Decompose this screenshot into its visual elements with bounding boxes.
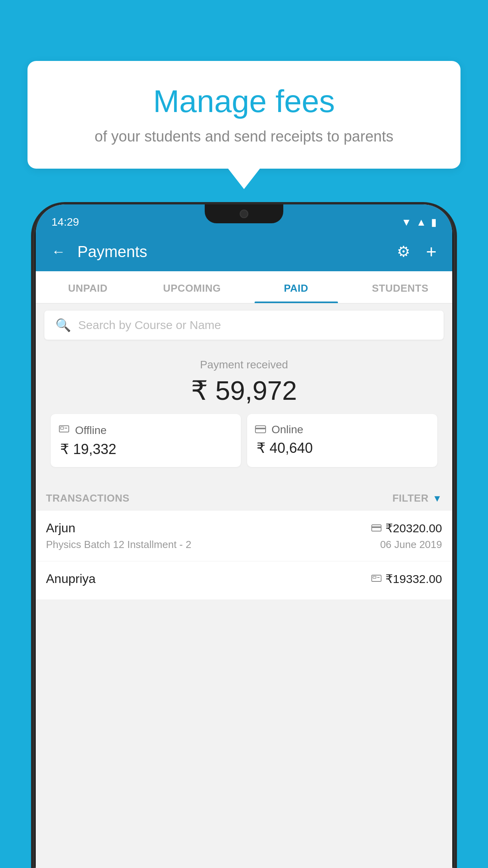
payment-cards-row: Offline ₹ 19,332 Online — [44, 414, 444, 476]
transactions-header: TRANSACTIONS FILTER ▼ — [36, 484, 452, 511]
transaction-amount-wrap: ₹19332.00 — [371, 572, 442, 586]
online-payment-icon — [371, 522, 382, 534]
camera-dot — [240, 210, 248, 218]
transaction-name: Arjun — [46, 521, 75, 535]
phone-screen: 14:29 ▼ ▲ ▮ ← Payments ⚙ + UNPAID UPCOMI… — [36, 204, 452, 868]
bubble-subtitle: of your students and send receipts to pa… — [51, 128, 437, 145]
speech-bubble-container: Manage fees of your students and send re… — [28, 61, 460, 169]
svg-rect-6 — [372, 526, 381, 528]
bubble-title: Manage fees — [51, 83, 437, 120]
transaction-list: Arjun ₹20320.00 Physics Batch 12 Install… — [36, 511, 452, 600]
back-button[interactable]: ← — [48, 239, 70, 264]
tab-upcoming[interactable]: UPCOMING — [140, 271, 244, 303]
battery-icon: ▮ — [431, 216, 437, 228]
header-title: Payments — [77, 243, 385, 261]
transaction-name: Anupriya — [46, 572, 95, 586]
table-row[interactable]: Arjun ₹20320.00 Physics Batch 12 Install… — [36, 511, 452, 561]
payment-received-label: Payment received — [44, 359, 444, 371]
svg-rect-8 — [373, 576, 376, 578]
transaction-date: 06 June 2019 — [380, 539, 442, 551]
svg-rect-4 — [255, 428, 266, 429]
transactions-label: TRANSACTIONS — [46, 492, 130, 504]
search-container: 🔍 Search by Course or Name — [36, 303, 452, 347]
online-label: Online — [272, 423, 303, 436]
online-card: Online ₹ 40,640 — [247, 414, 437, 467]
filter-label: FILTER — [393, 492, 429, 504]
phone-frame: 14:29 ▼ ▲ ▮ ← Payments ⚙ + UNPAID UPCOMI… — [33, 204, 455, 868]
filter-button[interactable]: FILTER ▼ — [393, 492, 442, 504]
table-row[interactable]: Anupriya ₹19332.00 — [36, 561, 452, 600]
transaction-top: Arjun ₹20320.00 — [46, 521, 442, 535]
offline-amount: ₹ 19,332 — [59, 441, 233, 458]
online-card-header: Online — [255, 423, 429, 436]
svg-rect-1 — [61, 427, 64, 429]
transaction-amount-wrap: ₹20320.00 — [371, 521, 442, 535]
payment-summary: Payment received ₹ 59,972 — [36, 347, 452, 484]
transaction-top: Anupriya ₹19332.00 — [46, 572, 442, 586]
transaction-amount: ₹20320.00 — [385, 521, 442, 535]
search-input[interactable]: Search by Course or Name — [78, 318, 221, 332]
transaction-amount: ₹19332.00 — [385, 572, 442, 586]
phone-notch — [205, 204, 283, 223]
offline-card: Offline ₹ 19,332 — [51, 414, 241, 467]
wifi-icon: ▼ — [402, 216, 412, 228]
tab-paid[interactable]: PAID — [244, 271, 348, 303]
tab-unpaid[interactable]: UNPAID — [36, 271, 140, 303]
signal-icon: ▲ — [416, 216, 426, 228]
offline-label: Offline — [75, 424, 106, 437]
add-button[interactable]: + — [422, 237, 440, 266]
tabs-bar: UNPAID UPCOMING PAID STUDENTS — [36, 271, 452, 303]
status-icons: ▼ ▲ ▮ — [402, 216, 437, 228]
online-card-icon — [255, 423, 266, 436]
payment-total-amount: ₹ 59,972 — [44, 375, 444, 406]
transaction-bottom: Physics Batch 12 Installment - 2 06 June… — [46, 539, 442, 551]
tab-students[interactable]: STUDENTS — [348, 271, 452, 303]
search-icon: 🔍 — [55, 318, 71, 333]
online-amount: ₹ 40,640 — [255, 440, 429, 456]
settings-button[interactable]: ⚙ — [393, 239, 414, 264]
status-time: 14:29 — [51, 216, 79, 228]
search-box[interactable]: 🔍 Search by Course or Name — [44, 311, 444, 340]
transaction-course: Physics Batch 12 Installment - 2 — [46, 539, 191, 551]
offline-card-header: Offline — [59, 423, 233, 437]
filter-icon: ▼ — [433, 493, 442, 504]
speech-bubble: Manage fees of your students and send re… — [28, 61, 460, 169]
app-header: ← Payments ⚙ + — [36, 232, 452, 271]
offline-icon — [59, 423, 70, 437]
offline-payment-icon — [371, 573, 382, 585]
